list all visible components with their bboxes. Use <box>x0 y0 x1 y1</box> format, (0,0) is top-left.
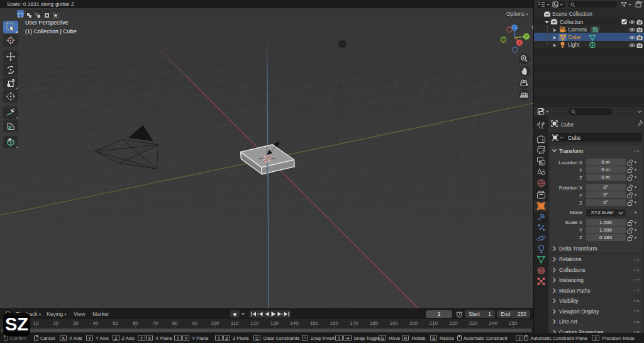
svg-text:Z: Z <box>513 25 516 31</box>
svg-text:X: X <box>518 40 521 46</box>
svg-text:Y: Y <box>525 34 528 40</box>
